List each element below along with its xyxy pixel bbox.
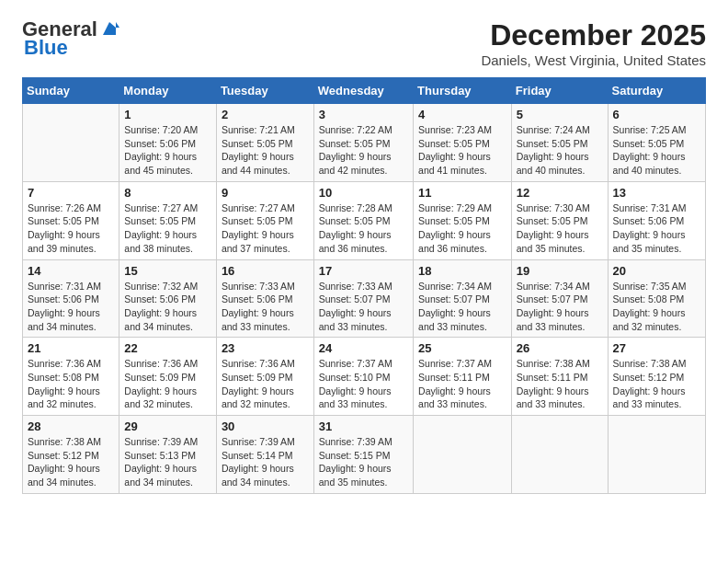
day-number: 3: [319, 108, 408, 121]
day-number: 27: [613, 341, 700, 355]
day-number: 13: [613, 186, 700, 200]
day-detail: Sunrise: 7:31 AM Sunset: 5:06 PM Dayligh…: [28, 280, 114, 334]
calendar-cell: 8Sunrise: 7:27 AM Sunset: 5:05 PM Daylig…: [119, 181, 217, 259]
day-detail: Sunrise: 7:22 AM Sunset: 5:05 PM Dayligh…: [319, 123, 408, 178]
day-of-week-thursday: Thursday: [414, 78, 512, 104]
calendar-subtitle: Daniels, West Virginia, United States: [481, 52, 706, 68]
day-of-week-monday: Monday: [119, 78, 217, 104]
day-detail: Sunrise: 7:33 AM Sunset: 5:07 PM Dayligh…: [319, 280, 408, 334]
day-detail: Sunrise: 7:38 AM Sunset: 5:12 PM Dayligh…: [28, 435, 114, 489]
calendar-cell: 12Sunrise: 7:30 AM Sunset: 5:05 PM Dayli…: [511, 181, 608, 259]
calendar-week-5: 28Sunrise: 7:38 AM Sunset: 5:12 PM Dayli…: [23, 416, 706, 494]
day-number: 1: [124, 108, 211, 121]
day-number: 4: [418, 108, 506, 121]
day-detail: Sunrise: 7:33 AM Sunset: 5:06 PM Dayligh…: [222, 280, 309, 334]
day-of-week-sunday: Sunday: [23, 78, 119, 104]
day-of-week-friday: Friday: [511, 78, 608, 104]
day-number: 20: [613, 264, 700, 278]
day-detail: Sunrise: 7:34 AM Sunset: 5:07 PM Dayligh…: [418, 280, 506, 334]
calendar-cell: 20Sunrise: 7:35 AM Sunset: 5:08 PM Dayli…: [608, 259, 705, 338]
calendar-cell: 30Sunrise: 7:39 AM Sunset: 5:14 PM Dayli…: [216, 416, 313, 494]
calendar-cell: 1Sunrise: 7:20 AM Sunset: 5:06 PM Daylig…: [119, 104, 217, 182]
day-detail: Sunrise: 7:20 AM Sunset: 5:06 PM Dayligh…: [124, 123, 211, 178]
day-number: 11: [418, 186, 506, 200]
day-number: 25: [418, 341, 506, 355]
calendar-cell: 11Sunrise: 7:29 AM Sunset: 5:05 PM Dayli…: [414, 181, 512, 259]
day-number: 28: [28, 419, 114, 433]
logo: General Blue: [22, 18, 119, 59]
day-number: 15: [124, 264, 211, 278]
day-number: 6: [613, 108, 700, 121]
logo-icon: [99, 18, 119, 39]
day-detail: Sunrise: 7:39 AM Sunset: 5:14 PM Dayligh…: [222, 435, 309, 489]
calendar-cell: 31Sunrise: 7:39 AM Sunset: 5:15 PM Dayli…: [313, 416, 413, 494]
calendar-cell: 19Sunrise: 7:34 AM Sunset: 5:07 PM Dayli…: [511, 259, 608, 338]
calendar-cell: 6Sunrise: 7:25 AM Sunset: 5:05 PM Daylig…: [608, 104, 705, 182]
calendar-cell: 23Sunrise: 7:36 AM Sunset: 5:09 PM Dayli…: [216, 338, 313, 416]
calendar-cell: 13Sunrise: 7:31 AM Sunset: 5:06 PM Dayli…: [608, 181, 705, 259]
calendar-week-1: 1Sunrise: 7:20 AM Sunset: 5:06 PM Daylig…: [23, 104, 706, 182]
calendar-cell: 26Sunrise: 7:38 AM Sunset: 5:11 PM Dayli…: [511, 338, 608, 416]
day-number: 5: [517, 108, 603, 121]
day-detail: Sunrise: 7:21 AM Sunset: 5:05 PM Dayligh…: [222, 123, 309, 178]
day-number: 12: [517, 186, 603, 200]
page-header: General Blue December 2025 Daniels, West…: [22, 18, 706, 68]
calendar-cell: 3Sunrise: 7:22 AM Sunset: 5:05 PM Daylig…: [313, 104, 413, 182]
calendar-cell: 21Sunrise: 7:36 AM Sunset: 5:08 PM Dayli…: [23, 338, 119, 416]
calendar-cell: 2Sunrise: 7:21 AM Sunset: 5:05 PM Daylig…: [216, 104, 313, 182]
day-detail: Sunrise: 7:34 AM Sunset: 5:07 PM Dayligh…: [517, 280, 603, 334]
title-block: December 2025 Daniels, West Virginia, Un…: [481, 18, 706, 68]
day-detail: Sunrise: 7:30 AM Sunset: 5:05 PM Dayligh…: [517, 201, 603, 256]
day-detail: Sunrise: 7:23 AM Sunset: 5:05 PM Dayligh…: [418, 123, 506, 178]
calendar-week-3: 14Sunrise: 7:31 AM Sunset: 5:06 PM Dayli…: [23, 259, 706, 338]
calendar-cell: 5Sunrise: 7:24 AM Sunset: 5:05 PM Daylig…: [511, 104, 608, 182]
day-detail: Sunrise: 7:37 AM Sunset: 5:11 PM Dayligh…: [418, 357, 506, 411]
day-detail: Sunrise: 7:37 AM Sunset: 5:10 PM Dayligh…: [319, 357, 408, 411]
day-number: 19: [517, 264, 603, 278]
svg-marker-0: [103, 22, 116, 35]
day-number: 29: [124, 419, 211, 433]
day-number: 14: [28, 264, 114, 278]
calendar-cell: 27Sunrise: 7:38 AM Sunset: 5:12 PM Dayli…: [608, 338, 705, 416]
day-number: 22: [124, 341, 211, 355]
day-of-week-wednesday: Wednesday: [313, 78, 413, 104]
calendar-cell: 29Sunrise: 7:39 AM Sunset: 5:13 PM Dayli…: [119, 416, 217, 494]
day-detail: Sunrise: 7:39 AM Sunset: 5:15 PM Dayligh…: [319, 435, 408, 489]
calendar-cell: 9Sunrise: 7:27 AM Sunset: 5:05 PM Daylig…: [216, 181, 313, 259]
day-detail: Sunrise: 7:36 AM Sunset: 5:08 PM Dayligh…: [28, 357, 114, 411]
day-detail: Sunrise: 7:35 AM Sunset: 5:08 PM Dayligh…: [613, 280, 700, 334]
calendar-cell: 22Sunrise: 7:36 AM Sunset: 5:09 PM Dayli…: [119, 338, 217, 416]
calendar-table: SundayMondayTuesdayWednesdayThursdayFrid…: [22, 77, 706, 494]
calendar-cell: [23, 104, 119, 182]
day-number: 7: [28, 186, 114, 200]
calendar-cell: 10Sunrise: 7:28 AM Sunset: 5:05 PM Dayli…: [313, 181, 413, 259]
day-detail: Sunrise: 7:38 AM Sunset: 5:12 PM Dayligh…: [613, 357, 700, 411]
day-detail: Sunrise: 7:38 AM Sunset: 5:11 PM Dayligh…: [517, 357, 603, 411]
logo-blue: Blue: [24, 37, 68, 59]
day-detail: Sunrise: 7:36 AM Sunset: 5:09 PM Dayligh…: [124, 357, 211, 411]
day-number: 24: [319, 341, 408, 355]
calendar-cell: 7Sunrise: 7:26 AM Sunset: 5:05 PM Daylig…: [23, 181, 119, 259]
calendar-cell: 4Sunrise: 7:23 AM Sunset: 5:05 PM Daylig…: [414, 104, 512, 182]
day-number: 26: [517, 341, 603, 355]
calendar-cell: [608, 416, 705, 494]
day-number: 2: [222, 108, 309, 121]
day-number: 30: [222, 419, 309, 433]
calendar-title: December 2025: [481, 18, 706, 52]
calendar-header-row: SundayMondayTuesdayWednesdayThursdayFrid…: [23, 78, 706, 104]
calendar-cell: 15Sunrise: 7:32 AM Sunset: 5:06 PM Dayli…: [119, 259, 217, 338]
day-number: 16: [222, 264, 309, 278]
day-detail: Sunrise: 7:27 AM Sunset: 5:05 PM Dayligh…: [124, 201, 211, 256]
svg-marker-1: [116, 22, 119, 28]
calendar-cell: 24Sunrise: 7:37 AM Sunset: 5:10 PM Dayli…: [313, 338, 413, 416]
day-number: 18: [418, 264, 506, 278]
day-number: 9: [222, 186, 309, 200]
day-detail: Sunrise: 7:24 AM Sunset: 5:05 PM Dayligh…: [517, 123, 603, 178]
day-number: 21: [28, 341, 114, 355]
day-number: 31: [319, 419, 408, 433]
day-of-week-saturday: Saturday: [608, 78, 705, 104]
calendar-cell: 16Sunrise: 7:33 AM Sunset: 5:06 PM Dayli…: [216, 259, 313, 338]
day-detail: Sunrise: 7:26 AM Sunset: 5:05 PM Dayligh…: [28, 201, 114, 256]
day-detail: Sunrise: 7:32 AM Sunset: 5:06 PM Dayligh…: [124, 280, 211, 334]
day-detail: Sunrise: 7:31 AM Sunset: 5:06 PM Dayligh…: [613, 201, 700, 256]
